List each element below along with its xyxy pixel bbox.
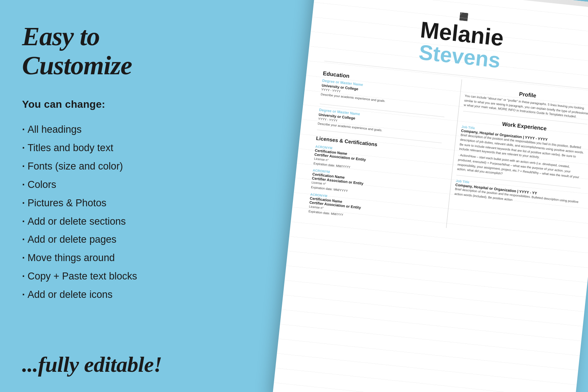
bottom-tagline: ...fully editable!: [22, 352, 184, 377]
main-title: Easy to Customize: [22, 22, 184, 80]
list-item: Add or delete sections: [22, 213, 184, 231]
resume-document: ⬛ Melanie Stevens Education Degree or Ma…: [272, 0, 588, 392]
list-item: Pictures & Photos: [22, 194, 184, 213]
list-item: Copy + Paste text blocks: [22, 267, 184, 286]
subtitle: You can change:: [22, 99, 184, 110]
list-item: Move things around: [22, 249, 184, 267]
list-item: Fonts (size and color): [22, 157, 184, 176]
list-item: Add or delete pages: [22, 231, 184, 249]
list-item: Colors: [22, 176, 184, 194]
left-panel: Easy to Customize You can change: All he…: [0, 0, 206, 392]
resume-left-column: Education Degree or Master Name Universi…: [308, 65, 453, 227]
list-item: Add or delete icons: [22, 286, 184, 304]
list-item: Titles and body text: [22, 139, 184, 157]
resume-columns: Education Degree or Master Name Universi…: [308, 65, 588, 242]
resume-right-column: Profile You can include "about me" or "p…: [446, 79, 588, 242]
feature-list: All headings Titles and body text Fonts …: [22, 121, 184, 304]
resume-container: ⬛ Melanie Stevens Education Degree or Ma…: [272, 0, 588, 392]
list-item: All headings: [22, 121, 184, 139]
